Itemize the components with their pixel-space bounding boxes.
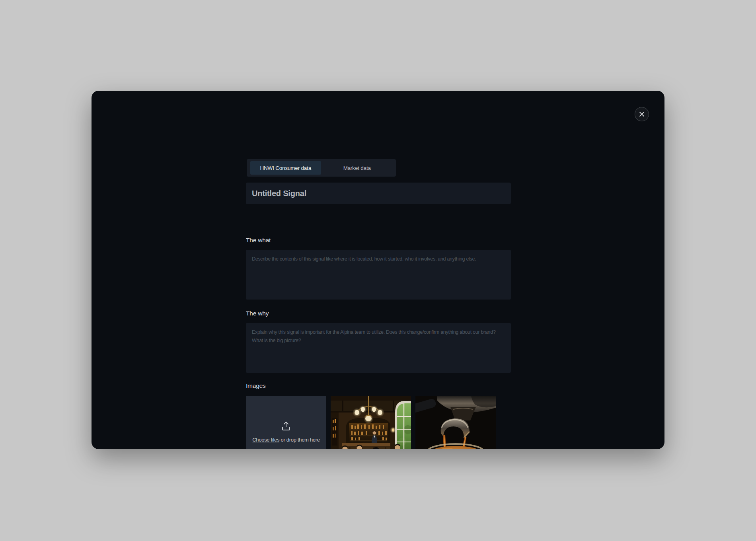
tab-market-data[interactable]: Market data — [322, 161, 393, 175]
upload-icon — [281, 420, 292, 433]
bar-lounge-photo[interactable] — [331, 396, 411, 449]
file-dropzone[interactable]: Choose files or drop them here — [246, 396, 326, 449]
images-row: Choose files or drop them here — [246, 396, 496, 449]
tab-hnwi-consumer-data[interactable]: HNWI Consumer data — [250, 161, 321, 175]
dropzone-hint-rest: or drop them here — [281, 437, 320, 443]
data-type-tab-bar: HNWI Consumer data Market data — [247, 159, 396, 177]
signal-title-input[interactable] — [246, 183, 511, 204]
choose-files-link[interactable]: Choose files — [252, 437, 279, 443]
images-label: Images — [246, 382, 266, 390]
why-label: The why — [246, 309, 269, 317]
dropzone-hint: Choose files or drop them here — [252, 437, 320, 443]
espresso-pour-photo[interactable] — [415, 396, 496, 449]
close-button[interactable] — [635, 107, 649, 121]
new-signal-dialog: HNWI Consumer data Market data The what … — [92, 91, 664, 449]
what-label: The what — [246, 236, 271, 244]
why-textarea[interactable] — [246, 323, 511, 373]
what-textarea[interactable] — [246, 250, 511, 300]
close-icon — [639, 111, 645, 117]
